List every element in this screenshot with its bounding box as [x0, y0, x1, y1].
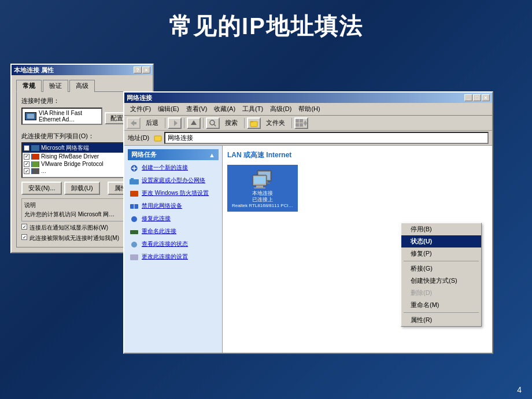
views-btn[interactable]: [294, 117, 308, 129]
task-icon-2: [129, 190, 139, 198]
ctx-repair[interactable]: 修复(P): [401, 247, 481, 260]
ctx-shortcut[interactable]: 创建快捷方式(S): [401, 275, 481, 287]
net-conn-content: 网络任务 ▲ 创建一个新的连接 设置家庭或小型办公网络 更改 Windows: [124, 146, 492, 353]
ctx-delete[interactable]: 删除(D): [401, 287, 481, 299]
address-label: 地址(D): [128, 134, 149, 142]
install-btn[interactable]: 安装(N)...: [21, 182, 62, 195]
menu-favorites[interactable]: 收藏(A): [210, 104, 239, 114]
svg-rect-5: [32, 168, 39, 174]
address-input[interactable]: 网络连接: [164, 132, 489, 144]
context-menu: 停用(B) 状态(U) 修复(P) 桥接(G) 创建快捷方式(S) 删除(D) …: [401, 223, 482, 327]
address-bar: 地址(D) 网络连接: [124, 131, 492, 146]
page-title: 常见的IP地址填法: [0, 0, 532, 49]
desc-text: 允许您的计算机访问 Microsoft 网…: [24, 210, 140, 219]
ctx-sep-1: [404, 261, 479, 261]
section-collapse-icon[interactable]: ▲: [209, 152, 215, 158]
checkbox-1[interactable]: ✓: [24, 154, 29, 160]
svg-rect-22: [130, 179, 139, 184]
checkbox-2[interactable]: ✓: [24, 161, 29, 167]
local-conn-titlebar: 本地连接 属性 ? ×: [12, 65, 153, 75]
svg-line-11: [214, 124, 216, 126]
menu-view[interactable]: 查看(V): [183, 104, 211, 114]
checkbox-0[interactable]: ✓: [24, 145, 29, 151]
up-btn[interactable]: [187, 117, 201, 129]
uninstall-btn[interactable]: 卸载(U): [64, 182, 99, 195]
tab-verify[interactable]: 验证: [43, 80, 68, 92]
tab-general[interactable]: 常规: [16, 80, 42, 92]
desc-label: 说明: [24, 201, 140, 209]
task-item-2[interactable]: 更改 Windows 防火墙设置: [128, 188, 219, 199]
folders-icon[interactable]: [247, 117, 261, 129]
svg-marker-6: [131, 120, 134, 126]
task-icon-7: [129, 253, 139, 261]
svg-rect-4: [32, 161, 39, 167]
help-btn[interactable]: ?: [134, 66, 142, 73]
ctx-status[interactable]: 状态(U): [401, 235, 481, 247]
left-panel: 网络任务 ▲ 创建一个新的连接 设置家庭或小型办公网络 更改 Windows: [124, 146, 223, 353]
back-label[interactable]: 后退: [142, 117, 162, 129]
ctx-disable[interactable]: 停用(B): [401, 223, 481, 235]
task-item-0[interactable]: 创建一个新的连接: [128, 162, 219, 173]
menu-tools[interactable]: 工具(T): [239, 104, 267, 114]
svg-point-27: [131, 216, 137, 222]
svg-marker-8: [174, 120, 178, 126]
tab-row: 常规 验证 高级: [16, 80, 148, 92]
net-maximize-btn[interactable]: □: [473, 94, 481, 101]
close-btn[interactable]: ×: [142, 66, 150, 73]
task-item-1[interactable]: 设置家庭或小型办公网络: [128, 175, 219, 186]
ctx-properties[interactable]: 属性(R): [401, 314, 481, 326]
task-icon-1: [129, 177, 139, 185]
task-icon-6: [129, 241, 139, 249]
ctx-sep-2: [404, 312, 479, 313]
check2-box[interactable]: ✓: [21, 234, 27, 240]
toolbar-row: 后退 搜索 文件夹: [124, 116, 492, 131]
checkbox-3[interactable]: ✓: [24, 168, 29, 174]
task-item-3[interactable]: 禁用此网络设备: [128, 201, 219, 212]
svg-rect-24: [130, 191, 138, 197]
svg-rect-14: [300, 119, 303, 123]
task-item-4[interactable]: 修复此连接: [128, 213, 219, 224]
task-item-7[interactable]: 更改此连接的设置: [128, 252, 219, 263]
ctx-rename[interactable]: 重命名(M): [401, 299, 481, 311]
adapter-item[interactable]: 本地连接 已连接上 Realtek RTL8168/8111 PCI…: [227, 165, 298, 212]
back-btn[interactable]: [127, 117, 141, 129]
task-icon-3: [129, 202, 139, 210]
svg-rect-1: [27, 114, 34, 119]
search-btn[interactable]: 搜索: [221, 117, 242, 129]
titlebar-buttons: ? ×: [134, 66, 150, 73]
net-minimize-btn[interactable]: _: [464, 94, 472, 101]
item-icon-3: [31, 168, 39, 174]
menu-file[interactable]: 文件(F): [127, 104, 154, 114]
adapter-icon: [25, 112, 36, 120]
task-icon-5: [129, 228, 139, 236]
folders-btn[interactable]: 文件夹: [262, 117, 289, 129]
item-icon-0: [31, 145, 39, 151]
menu-edit[interactable]: 编辑(E): [154, 104, 183, 114]
adapter-name-label: 本地连接 已连接上 Realtek RTL8168/8111 PCI…: [232, 190, 293, 208]
menu-bar: 文件(F) 编辑(E) 查看(V) 收藏(A) 工具(T) 高级(D) 帮助(H…: [124, 103, 492, 116]
search-icon[interactable]: [206, 117, 220, 129]
svg-point-10: [210, 120, 215, 125]
task-item-5[interactable]: 重命名此连接: [128, 226, 219, 237]
task-section-title: 网络任务 ▲: [128, 149, 219, 160]
ctx-bridge[interactable]: 桥接(G): [401, 263, 481, 275]
page-number: 4: [517, 385, 522, 394]
net-conn-titlebar: 网络连接 _ □ ×: [124, 93, 492, 103]
adapter-area: 本地连接 已连接上 Realtek RTL8168/8111 PCI… 停用(B…: [227, 165, 487, 212]
net-close-btn[interactable]: ×: [482, 94, 490, 101]
svg-rect-38: [254, 187, 265, 189]
net-conn-title: 网络连接: [127, 94, 152, 102]
svg-rect-37: [256, 186, 263, 187]
svg-rect-30: [130, 254, 138, 260]
svg-marker-9: [191, 120, 197, 125]
menu-advanced[interactable]: 高级(D): [267, 104, 295, 114]
check1-box[interactable]: ✓: [21, 224, 27, 230]
task-icon-0: [129, 164, 139, 172]
menu-help[interactable]: 帮助(H): [295, 104, 323, 114]
task-item-6[interactable]: 查看此连接的状态: [128, 239, 219, 250]
forward-btn[interactable]: [168, 117, 182, 129]
tab-advanced[interactable]: 高级: [69, 80, 95, 92]
right-panel: LAN 或高速 Internet: [223, 146, 492, 353]
adapter-row: VIA Rhine II Fast Ethernet Ad…: [21, 108, 102, 125]
item-icon-1: [31, 154, 39, 160]
